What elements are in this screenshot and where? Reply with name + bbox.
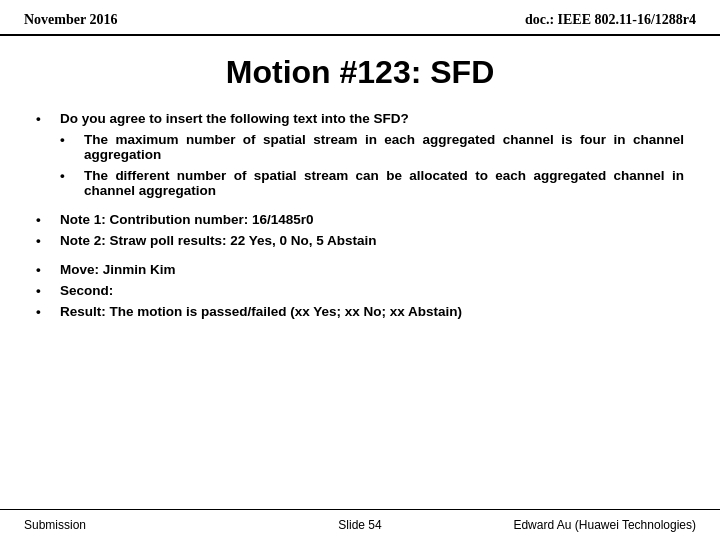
sub-bullet-symbol-2: • — [60, 168, 80, 183]
sub-bullet-1-text: The maximum number of spatial stream in … — [84, 132, 684, 162]
main-bullet-1-text: Do you agree to insert the following tex… — [60, 111, 684, 126]
footer-author: Edward Au (Huawei Technologies) — [472, 518, 696, 532]
slide-content: • Do you agree to insert the following t… — [0, 101, 720, 343]
note-1: • Note 1: Contribution number: 16/1485r0 — [36, 212, 684, 227]
motion-item-3: • Result: The motion is passed/failed (x… — [36, 304, 684, 319]
note-2-text: Note 2: Straw poll results: 22 Yes, 0 No… — [60, 233, 684, 248]
main-bullet-1: • Do you agree to insert the following t… — [36, 111, 684, 126]
note-bullet-2: • — [36, 233, 56, 248]
motion-bullet-1: • — [36, 262, 56, 277]
title-section: Motion #123: SFD — [0, 36, 720, 101]
slide-header: November 2016 doc.: IEEE 802.11-16/1288r… — [0, 0, 720, 36]
slide-footer: Submission Slide 54 Edward Au (Huawei Te… — [0, 509, 720, 540]
motion-bullet-2: • — [36, 283, 56, 298]
footer-submission: Submission — [24, 518, 248, 532]
slide-title: Motion #123: SFD — [24, 54, 696, 91]
note-1-text: Note 1: Contribution number: 16/1485r0 — [60, 212, 684, 227]
bullet-symbol-1: • — [36, 111, 56, 126]
motion-item-1: • Move: Jinmin Kim — [36, 262, 684, 277]
footer-slide-number: Slide 54 — [248, 518, 472, 532]
motion-section: • Move: Jinmin Kim • Second: • Result: T… — [36, 262, 684, 319]
note-bullet-1: • — [36, 212, 56, 227]
note-2: • Note 2: Straw poll results: 22 Yes, 0 … — [36, 233, 684, 248]
sub-bullets: • The maximum number of spatial stream i… — [60, 132, 684, 198]
motion-1-text: Move: Jinmin Kim — [60, 262, 684, 277]
motion-item-2: • Second: — [36, 283, 684, 298]
motion-3-text: Result: The motion is passed/failed (xx … — [60, 304, 684, 319]
main-bullet-section: • Do you agree to insert the following t… — [36, 111, 684, 198]
motion-bullet-3: • — [36, 304, 56, 319]
header-date: November 2016 — [24, 12, 117, 28]
sub-bullet-2: • The different number of spatial stream… — [60, 168, 684, 198]
header-doc: doc.: IEEE 802.11-16/1288r4 — [525, 12, 696, 28]
sub-bullet-symbol-1: • — [60, 132, 80, 147]
sub-bullet-2-text: The different number of spatial stream c… — [84, 168, 684, 198]
notes-section: • Note 1: Contribution number: 16/1485r0… — [36, 212, 684, 248]
slide: November 2016 doc.: IEEE 802.11-16/1288r… — [0, 0, 720, 540]
sub-bullet-1: • The maximum number of spatial stream i… — [60, 132, 684, 162]
motion-2-text: Second: — [60, 283, 684, 298]
